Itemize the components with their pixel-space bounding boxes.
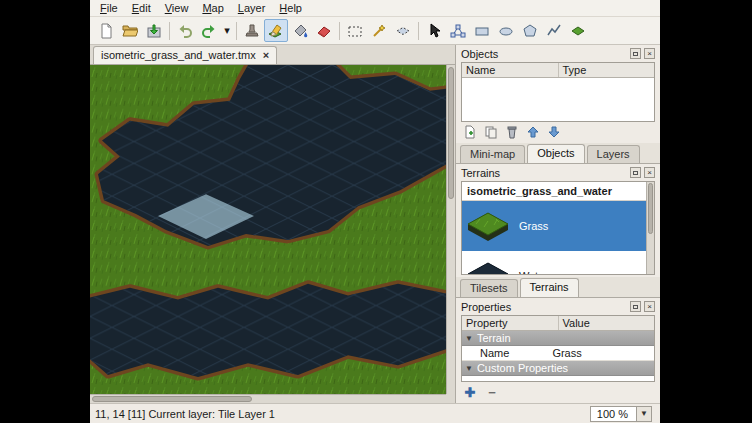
open-button[interactable] [118,19,142,42]
map-canvas[interactable] [90,65,446,394]
new-button[interactable] [94,19,118,42]
menu-layer[interactable]: Layer [231,1,273,15]
magic-wand-button[interactable] [367,19,391,42]
chevron-down-icon: ▼ [640,409,648,418]
redo-history-button[interactable]: ▾ [221,19,233,42]
redo-icon [201,23,217,39]
select-same-tile-button[interactable] [391,19,415,42]
insert-polyline-button[interactable] [542,19,566,42]
property-group-terrain[interactable]: ▼ Terrain [462,331,654,346]
insert-rectangle-icon [474,23,490,39]
duplicate-object-button[interactable] [482,124,500,141]
canvas-horizontal-scrollbar[interactable] [90,394,446,403]
raise-object-button[interactable] [524,124,542,141]
toolbar-separator [339,22,340,40]
menu-view[interactable]: View [158,1,196,15]
edit-polygons-icon [450,23,466,39]
lower-object-button[interactable] [545,124,563,141]
scrollbar-thumb[interactable] [648,183,653,234]
insert-polygon-button[interactable] [518,19,542,42]
float-panel-button[interactable] [630,167,641,178]
tab-layers[interactable]: Layers [587,145,640,163]
property-group-custom-properties[interactable]: ▼ Custom Properties [462,361,654,376]
tileset-name[interactable]: isometric_grass_and_water [462,182,654,201]
scrollbar-thumb[interactable] [92,396,252,402]
save-icon [146,23,162,39]
objects-panel-title: Objects [461,48,627,60]
tab-terrains[interactable]: Terrains [520,278,579,297]
remove-property-button[interactable]: − [483,384,501,401]
close-panel-button[interactable]: × [644,301,655,312]
insert-rectangle-button[interactable] [470,19,494,42]
rectangular-select-button[interactable] [343,19,367,42]
tab-mini-map[interactable]: Mini-map [460,145,525,163]
float-icon [633,171,638,175]
main-toolbar: ▾ [90,17,660,45]
save-button[interactable] [142,19,166,42]
float-panel-button[interactable] [630,301,641,312]
properties-toolbar: ✚ − [456,382,660,403]
remove-object-icon [505,125,519,141]
bucket-fill-icon [292,23,308,39]
toolbar-separator [169,22,170,40]
objects-column-type[interactable]: Type [559,63,655,77]
minus-icon: − [488,387,496,399]
insert-polyline-icon [546,23,562,39]
document-area: isometric_grass_and_water.tmx × [90,45,456,403]
properties-table: Property Value ▼ Terrain Name Grass ▼ Cu… [461,315,655,382]
property-row-name[interactable]: Name Grass [462,346,654,361]
undo-button[interactable] [173,19,197,42]
terrain-item-water[interactable]: Water [462,251,654,275]
close-tab-icon[interactable]: × [263,51,269,60]
property-column-header[interactable]: Property [462,316,559,330]
document-tab[interactable]: isometric_grass_and_water.tmx × [93,46,277,64]
insert-tile-button[interactable] [566,19,590,42]
value-column-header[interactable]: Value [559,316,655,330]
close-panel-button[interactable]: × [644,167,655,178]
insert-ellipse-button[interactable] [494,19,518,42]
open-folder-icon [122,23,138,39]
terrain-brush-button[interactable] [264,19,288,42]
edit-polygons-button[interactable] [446,19,470,42]
close-icon: × [647,169,652,177]
tab-objects[interactable]: Objects [527,144,584,163]
zoom-combo[interactable]: 100 % ▼ [590,406,652,422]
menu-help[interactable]: Help [272,1,309,15]
new-file-icon [98,23,114,39]
menu-edit[interactable]: Edit [125,1,158,15]
zoom-dropdown-button[interactable]: ▼ [636,407,651,421]
eraser-button[interactable] [312,19,336,42]
water-tile-thumbnail [466,254,510,275]
terrains-scrollbar[interactable] [646,182,654,274]
objects-toolbar [456,122,660,143]
add-property-button[interactable]: ✚ [461,384,479,401]
objects-list-empty[interactable] [462,78,654,121]
tab-tilesets[interactable]: Tilesets [460,279,518,297]
stamp-brush-button[interactable] [240,19,264,42]
remove-object-button[interactable] [503,124,521,141]
canvas-vertical-scrollbar[interactable] [446,65,455,394]
toolbar-separator [418,22,419,40]
terrain-label: Grass [519,220,548,232]
eraser-icon [316,23,332,39]
select-objects-button[interactable] [422,19,446,42]
close-panel-button[interactable]: × [644,48,655,59]
bucket-fill-button[interactable] [288,19,312,42]
close-icon: × [647,50,652,58]
menu-bar: File Edit View Map Layer Help [90,0,660,17]
menu-file[interactable]: File [93,1,125,15]
float-panel-button[interactable] [630,48,641,59]
float-icon [633,52,638,56]
scrollbar-thumb[interactable] [448,67,454,199]
status-bar: 11, 14 [11] Current layer: Tile Layer 1 … [90,403,660,423]
stamp-brush-icon [244,23,260,39]
objects-column-name[interactable]: Name [462,63,559,77]
terrain-item-grass[interactable]: Grass [462,201,654,251]
property-name-cell: Name [462,346,548,360]
property-value-cell[interactable]: Grass [548,346,654,360]
menu-map[interactable]: Map [195,1,230,15]
redo-button[interactable] [197,19,221,42]
float-icon [633,305,638,309]
add-object-button[interactable] [461,124,479,141]
tiled-window: File Edit View Map Layer Help ▾ [90,0,660,423]
